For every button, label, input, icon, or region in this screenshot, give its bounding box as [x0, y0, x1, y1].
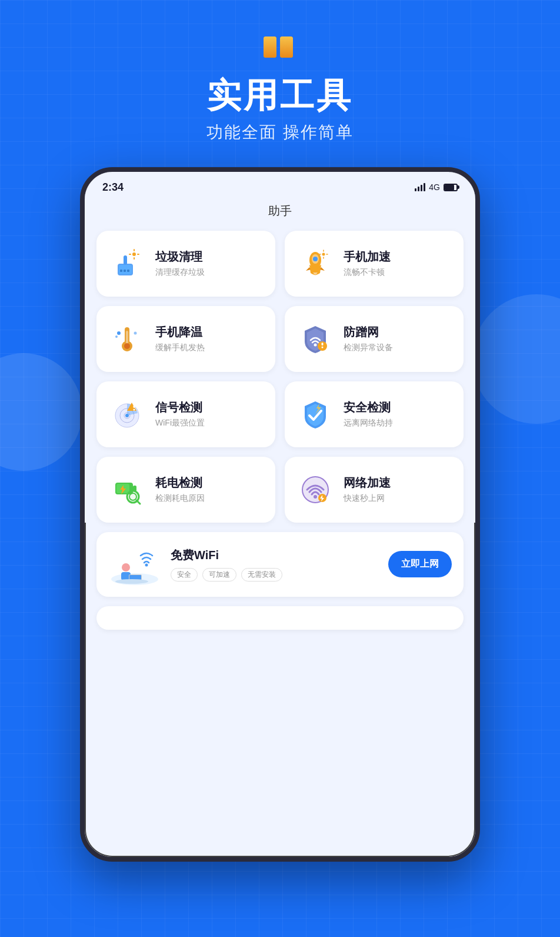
card-anti-leech-title: 防蹭网 — [344, 324, 393, 340]
header-subtitle: 功能全面 操作简单 — [0, 121, 560, 144]
bottom-partial-card — [96, 606, 464, 630]
svg-rect-11 — [124, 255, 127, 265]
card-signal-detect-title: 信号检测 — [155, 400, 205, 416]
svg-rect-25 — [126, 331, 128, 344]
card-phone-cool-title: 手机降温 — [155, 324, 205, 340]
header-section: 实用工具 功能全面 操作简单 — [0, 0, 560, 167]
header-title: 实用工具 — [0, 77, 560, 114]
wifi-title: 免费WiFi — [171, 547, 379, 563]
card-trash-clean-desc: 清理缓存垃圾 — [155, 267, 205, 278]
svg-point-52 — [314, 495, 317, 499]
card-anti-leech-desc: 检测异常设备 — [344, 343, 393, 353]
svg-point-37 — [125, 414, 129, 417]
svg-point-28 — [115, 335, 118, 338]
signal-icon — [415, 183, 425, 191]
card-security-detect-desc: 远离网络劫持 — [344, 418, 393, 428]
security-detect-icon — [296, 396, 334, 433]
card-network-boost[interactable]: 网络加速 快速秒上网 — [285, 457, 464, 523]
card-phone-boost-desc: 流畅不卡顿 — [344, 267, 391, 278]
power-detect-icon — [108, 471, 146, 509]
card-anti-leech-text: 防蹭网 检测异常设备 — [344, 324, 393, 353]
card-power-detect-text: 耗电检测 检测耗电原因 — [155, 475, 205, 504]
app-title: 助手 — [85, 198, 475, 231]
svg-point-49 — [127, 491, 139, 503]
svg-point-26 — [124, 343, 130, 349]
status-time: 2:34 — [102, 181, 124, 194]
phone-mockup: 2:34 4G 助手 — [80, 167, 480, 862]
card-phone-cool-desc: 缓解手机发热 — [155, 343, 205, 353]
svg-point-29 — [134, 331, 137, 334]
svg-point-6 — [132, 252, 136, 256]
svg-point-56 — [122, 563, 130, 571]
card-network-boost-title: 网络加速 — [344, 475, 391, 491]
battery-icon — [444, 184, 458, 191]
wifi-tags: 安全 可加速 无需安装 — [171, 568, 379, 582]
card-phone-cool-text: 手机降温 缓解手机发热 — [155, 324, 205, 353]
svg-point-18 — [322, 252, 325, 255]
card-power-detect-title: 耗电检测 — [155, 475, 205, 491]
svg-point-61 — [115, 579, 148, 584]
card-network-boost-text: 网络加速 快速秒上网 — [344, 475, 391, 504]
card-phone-boost[interactable]: 手机加速 流畅不卡顿 — [285, 231, 464, 297]
card-phone-boost-title: 手机加速 — [344, 249, 391, 265]
svg-rect-14 — [127, 270, 129, 272]
wifi-banner[interactable]: 免费WiFi 安全 可加速 无需安装 立即上网 — [96, 532, 464, 597]
card-trash-clean-text: 垃圾清理 清理缓存垃圾 — [155, 249, 205, 278]
card-security-detect-text: 安全检测 远离网络劫持 — [344, 400, 393, 428]
card-power-detect[interactable]: 耗电检测 检测耗电原因 — [96, 457, 275, 523]
card-phone-boost-text: 手机加速 流畅不卡顿 — [344, 249, 391, 278]
wifi-tag-safe: 安全 — [171, 568, 198, 582]
svg-rect-1 — [264, 36, 276, 58]
svg-point-40 — [134, 408, 135, 410]
card-network-boost-desc: 快速秒上网 — [344, 493, 391, 504]
card-power-detect-desc: 检测耗电原因 — [155, 493, 205, 504]
network-type: 4G — [429, 182, 440, 192]
card-signal-detect[interactable]: 信号检测 WiFi最强位置 — [96, 381, 275, 447]
card-security-detect-title: 安全检测 — [344, 400, 393, 416]
card-signal-detect-text: 信号检测 WiFi最强位置 — [155, 400, 205, 428]
svg-rect-12 — [120, 270, 122, 272]
header-icon — [262, 35, 298, 67]
card-anti-leech[interactable]: 防蹭网 检测异常设备 — [285, 306, 464, 372]
phone-cool-icon — [108, 320, 146, 358]
phone-wrapper: 2:34 4G 助手 — [0, 167, 560, 862]
svg-point-30 — [314, 343, 317, 346]
network-boost-icon — [296, 471, 334, 509]
svg-point-27 — [117, 331, 121, 335]
card-phone-cool[interactable]: 手机降温 缓解手机发热 — [96, 306, 275, 372]
wifi-tag-noinstall: 无需安装 — [241, 568, 282, 582]
cards-grid: 垃圾清理 清理缓存垃圾 — [85, 231, 475, 523]
svg-rect-32 — [322, 343, 324, 345]
wifi-tag-speed: 可加速 — [202, 568, 236, 582]
anti-leech-icon — [296, 320, 334, 358]
svg-rect-13 — [124, 270, 126, 272]
wifi-connect-button[interactable]: 立即上网 — [388, 551, 452, 577]
card-security-detect[interactable]: 安全检测 远离网络劫持 — [285, 381, 464, 447]
card-signal-detect-desc: WiFi最强位置 — [155, 418, 205, 428]
trash-clean-icon — [108, 245, 146, 283]
status-bar: 2:34 4G — [85, 172, 475, 198]
svg-point-17 — [313, 257, 318, 261]
wifi-content: 免费WiFi 安全 可加速 无需安装 — [171, 547, 379, 582]
card-trash-clean-title: 垃圾清理 — [155, 249, 205, 265]
svg-point-33 — [322, 346, 324, 348]
svg-rect-3 — [280, 36, 293, 58]
status-icons: 4G — [415, 182, 458, 192]
signal-detect-icon — [108, 396, 146, 433]
svg-point-60 — [145, 563, 148, 566]
wifi-illustration — [108, 544, 161, 585]
phone-boost-icon — [296, 245, 334, 283]
card-trash-clean[interactable]: 垃圾清理 清理缓存垃圾 — [96, 231, 275, 297]
battery-fill — [445, 185, 454, 190]
svg-rect-39 — [134, 405, 135, 408]
